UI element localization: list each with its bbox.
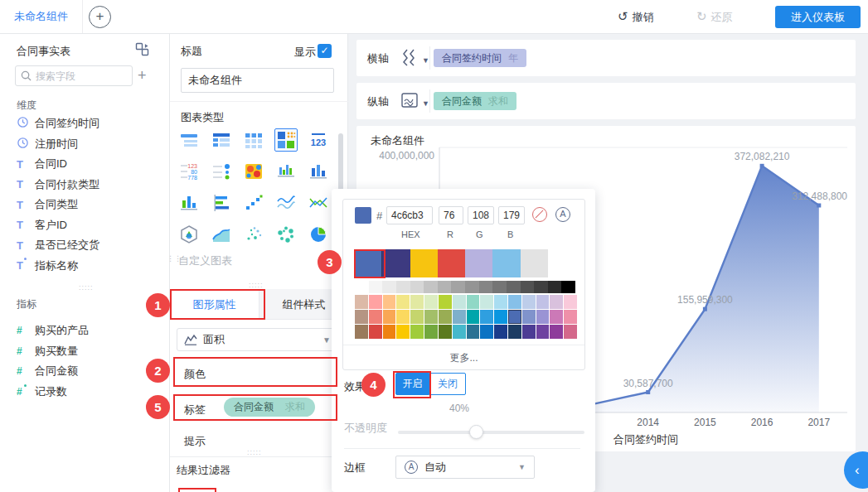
field-item[interactable]: T合同付款类型 [0,175,170,195]
preset-swatch[interactable] [438,249,465,277]
switch-table-icon[interactable] [135,42,149,59]
color-swatch[interactable] [383,325,396,339]
color-swatch[interactable] [536,310,550,324]
color-swatch[interactable] [369,310,382,324]
chart-type-bubble-icon[interactable] [274,223,298,246]
y-axis-type-icon[interactable] [400,90,419,113]
color-swatch[interactable] [424,295,438,309]
chart-type-kpi-123-icon[interactable]: 123 [307,128,330,152]
color-swatch[interactable] [550,295,563,309]
field-item[interactable]: T指标名称 [0,256,170,277]
sidebar-splitter[interactable]: ::::: [79,283,94,292]
no-color-icon[interactable] [532,207,547,222]
chart-type-pie-icon[interactable] [307,223,330,246]
x-axis-field-pill[interactable]: 合同签约时间 年 [434,49,526,67]
gray-swatch[interactable] [548,281,562,293]
slider-knob[interactable] [469,425,483,439]
color-swatch[interactable] [494,310,507,324]
border-select[interactable]: A 自动 ▼ [395,456,535,479]
field-item[interactable]: #购买的产品 [0,321,170,341]
field-item[interactable]: #合同金额 [0,361,170,382]
redo-button[interactable]: ↻还原 [696,0,733,33]
shape-type-select[interactable]: 面积 ▼ [177,328,338,351]
chart-type-dot-table-icon[interactable] [210,160,233,183]
color-swatch[interactable] [355,310,368,324]
preset-swatch[interactable] [355,249,382,277]
color-swatch[interactable] [564,295,577,309]
color-swatch[interactable] [467,325,480,339]
table-name[interactable]: 合同事实表 [17,44,70,59]
color-swatch[interactable] [410,310,424,324]
show-checkbox[interactable]: ✓ [318,44,332,58]
color-swatch[interactable] [480,310,493,324]
color-swatch[interactable] [383,295,396,309]
gray-swatch[interactable] [561,281,575,293]
chart-type-scatter-icon[interactable] [242,223,265,246]
chart-type-heatmap-icon[interactable] [242,160,265,183]
color-swatch[interactable] [410,295,424,309]
chart-type-area-icon[interactable] [210,223,233,246]
color-swatch[interactable] [564,310,577,324]
color-swatch[interactable] [508,310,521,324]
gray-swatch[interactable] [479,281,493,293]
field-item[interactable]: T合同ID [0,154,170,175]
chart-type-group-bar-icon[interactable] [274,160,298,183]
color-swatch[interactable] [467,295,480,309]
color-swatch[interactable] [439,310,452,324]
hex-input[interactable] [386,206,433,224]
opacity-slider[interactable] [398,431,584,434]
tab-graphic-properties[interactable]: 图形属性 [170,289,259,320]
custom-chart-label[interactable]: 自定义图表 [178,253,232,268]
preset-swatch[interactable] [410,249,438,277]
gray-swatch[interactable] [382,281,396,293]
color-swatch[interactable] [522,325,536,339]
add-tab-button[interactable]: + [89,6,111,28]
color-swatch[interactable] [424,310,438,324]
gray-swatch[interactable] [451,281,465,293]
panel-splitter[interactable]: ::::: [249,281,264,289]
chevron-down-icon[interactable]: ▼ [422,56,429,65]
gray-swatch[interactable] [369,281,383,293]
chart-type-cross-table-icon[interactable] [210,128,233,152]
effect-on-button[interactable]: 开启 [395,373,429,395]
more-colors-link[interactable]: 更多... [343,345,584,369]
field-item[interactable]: #记录数 [0,382,170,403]
chart-type-bar2-icon[interactable] [177,191,201,215]
color-swatch[interactable] [453,310,466,324]
gray-swatch[interactable] [396,281,410,293]
search-field-box[interactable] [15,65,133,86]
component-title-input[interactable] [181,68,334,93]
preset-swatch[interactable] [548,249,575,277]
color-swatch[interactable] [396,295,410,309]
color-swatch[interactable] [396,325,410,339]
color-swatch[interactable] [536,295,550,309]
gray-swatch[interactable] [507,281,521,293]
preset-swatch[interactable] [382,249,410,277]
field-item[interactable]: #购买数量 [0,341,170,362]
y-axis-field-pill[interactable]: 合同金额 求和 [434,92,516,110]
gray-swatch[interactable] [355,281,369,293]
enter-dashboard-button[interactable]: 进入仪表板 [775,6,861,28]
result-filter-label[interactable]: 结果过滤器 [177,463,230,478]
panel-splitter-2[interactable]: ::::: [247,448,262,456]
color-swatch[interactable] [453,325,466,339]
color-swatch[interactable] [453,295,466,309]
field-item[interactable]: T合同类型 [0,195,170,215]
gray-swatch[interactable] [438,281,452,293]
color-swatch[interactable] [508,295,521,309]
preset-swatch[interactable] [521,249,548,277]
add-field-icon[interactable]: + [138,67,147,84]
gray-swatch[interactable] [424,281,438,293]
color-swatch[interactable] [355,325,368,339]
gray-swatch[interactable] [534,281,548,293]
color-swatch[interactable] [522,310,536,324]
color-swatch[interactable] [480,295,493,309]
label-row-label[interactable]: 标签 [184,403,206,417]
chart-type-bar-icon[interactable] [307,160,330,183]
blue-input[interactable] [498,206,525,224]
component-tab[interactable]: 未命名组件 [0,0,83,33]
color-swatch[interactable] [424,325,438,339]
chart-type-hex-map-icon[interactable] [177,223,201,246]
color-swatch[interactable] [369,295,382,309]
field-item[interactable]: T是否已经交货 [0,235,170,256]
